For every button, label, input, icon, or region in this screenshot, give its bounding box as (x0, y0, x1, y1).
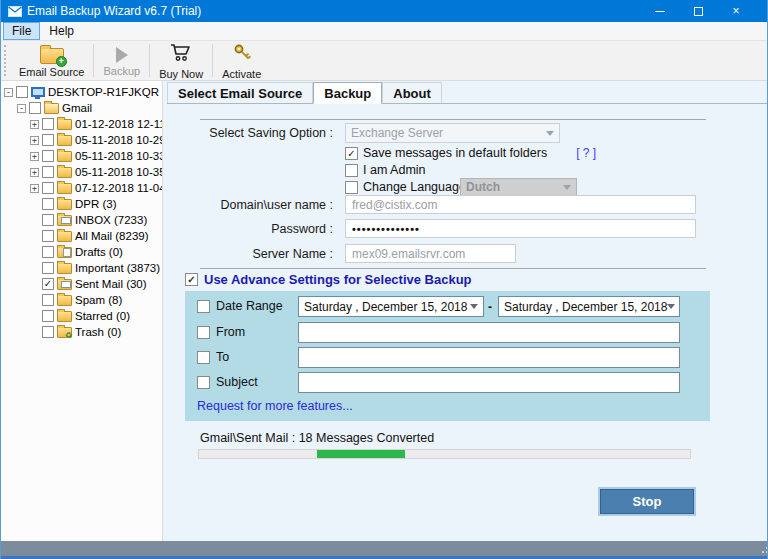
i-am-admin-checkbox[interactable] (345, 164, 358, 177)
tree-item-label: Starred (0) (75, 310, 130, 322)
tree-item-folder[interactable]: DPR (3) (1, 196, 162, 212)
stop-button[interactable]: Stop (600, 489, 694, 514)
from-checkbox[interactable] (197, 326, 210, 339)
tree-item-desktop[interactable]: - DESKTOP-R1FJKQR (1, 84, 162, 100)
tree-checkbox[interactable] (42, 326, 54, 338)
subject-label: Subject (216, 375, 258, 389)
to-checkbox[interactable] (197, 351, 210, 364)
tree-item-all-mail[interactable]: All Mail (8239) (1, 228, 162, 244)
tree-checkbox[interactable] (42, 166, 54, 178)
activate-button[interactable]: Activate (214, 41, 269, 80)
app-envelope-icon (8, 6, 22, 17)
toolbar-separator (93, 44, 94, 77)
collapse-expander[interactable]: - (4, 88, 13, 97)
tree-item-folder[interactable]: + 05-11-2018 10-29 (0) (1, 132, 162, 148)
tree-item-drafts[interactable]: Drafts (0) (1, 244, 162, 260)
tree-checkbox[interactable] (42, 150, 54, 162)
folder-icon (57, 151, 72, 162)
tree-item-folder[interactable]: + 07-12-2018 11-04 (0) (1, 180, 162, 196)
play-icon (116, 47, 128, 63)
tree-checkbox[interactable] (42, 134, 54, 146)
to-input[interactable] (298, 347, 680, 368)
backup-button[interactable]: Backup (95, 41, 148, 80)
change-language-checkbox[interactable] (345, 181, 358, 194)
menu-file[interactable]: File (3, 22, 40, 40)
maximize-button[interactable] (679, 0, 717, 22)
tree-item-folder[interactable]: + 05-11-2018 10-33 (0) (1, 148, 162, 164)
tree-checkbox[interactable] (42, 182, 54, 194)
tree-item-label: DESKTOP-R1FJKQR (48, 86, 159, 98)
tree-checkbox[interactable] (42, 262, 54, 274)
resize-grip-icon[interactable] (762, 551, 764, 553)
tree-item-gmail[interactable]: - Gmail (1, 100, 162, 116)
collapse-expander[interactable]: - (17, 104, 26, 113)
help-link[interactable]: [ ? ] (576, 146, 596, 160)
saving-option-value: Exchange Server (351, 126, 443, 140)
tree-item-spam[interactable]: Spam (8) (1, 292, 162, 308)
toolbar: + Email Source Backup Buy Now Activate (1, 41, 767, 81)
from-input[interactable] (298, 322, 680, 343)
subject-checkbox[interactable] (197, 376, 210, 389)
tab-backup[interactable]: Backup (313, 82, 382, 104)
tree-item-label: 01-12-2018 12-11 (0) (75, 118, 163, 130)
key-icon (232, 43, 252, 66)
tree-item-label: Important (3873) (75, 262, 160, 274)
tree-checkbox[interactable] (42, 118, 54, 130)
tab-strip: Select Email Source Backup About (167, 83, 767, 104)
tab-about[interactable]: About (382, 82, 442, 103)
plus-badge-icon: + (56, 56, 67, 67)
tree-item-trash[interactable]: Trash (0) (1, 324, 162, 340)
date-to-picker[interactable]: Saturday , December 15, 2018 (498, 296, 680, 317)
expand-expander[interactable]: + (30, 168, 39, 177)
tree-checkbox[interactable] (42, 214, 54, 226)
tab-select-email-source[interactable]: Select Email Source (167, 82, 313, 103)
tree-checkbox[interactable] (42, 310, 54, 322)
expand-expander[interactable]: + (30, 152, 39, 161)
tree-checkbox[interactable] (29, 102, 41, 114)
date-from-picker[interactable]: Saturday , December 15, 2018 (298, 296, 484, 317)
email-source-button[interactable]: + Email Source (11, 41, 92, 80)
save-messages-checkbox[interactable]: ✓ (345, 147, 358, 160)
server-name-input[interactable]: mex09.emailsrvr.com (345, 244, 516, 263)
tree-checkbox[interactable] (42, 198, 54, 210)
tree-item-label: Trash (0) (75, 326, 121, 338)
request-features-link[interactable]: Request for more features... (197, 399, 353, 413)
date-range-checkbox[interactable] (197, 300, 210, 313)
chevron-down-icon (546, 131, 554, 136)
cart-icon (170, 43, 192, 66)
tree-item-label: 07-12-2018 11-04 (0) (75, 182, 163, 194)
password-input[interactable]: •••••••••••••• (345, 219, 696, 238)
tree-checkbox-checked[interactable]: ✓ (42, 278, 54, 290)
progress-bar (198, 449, 691, 459)
tree-checkbox[interactable] (42, 246, 54, 258)
folder-icon (57, 119, 72, 130)
expand-expander[interactable]: + (30, 120, 39, 129)
buy-now-button[interactable]: Buy Now (151, 41, 211, 80)
tree-item-important[interactable]: Important (3873) (1, 260, 162, 276)
menu-help[interactable]: Help (40, 22, 83, 40)
status-bar (1, 541, 767, 556)
tree-item-folder[interactable]: + 05-11-2018 10-35 (0) (1, 164, 162, 180)
saving-option-select[interactable]: Exchange Server (345, 123, 560, 143)
expand-expander[interactable]: + (30, 184, 39, 193)
tree-item-label: 05-11-2018 10-33 (0) (75, 150, 163, 162)
advance-settings-checkbox[interactable]: ✓ (185, 273, 198, 286)
subject-input[interactable] (298, 372, 680, 393)
folder-icon (57, 183, 72, 194)
tree-item-folder[interactable]: + 01-12-2018 12-11 (0) (1, 116, 162, 132)
tree-checkbox[interactable] (16, 86, 28, 98)
tree-checkbox[interactable] (42, 294, 54, 306)
language-select[interactable]: Dutch (460, 178, 577, 196)
computer-icon (31, 87, 45, 97)
tree-item-starred[interactable]: Starred (0) (1, 308, 162, 324)
tree-checkbox[interactable] (42, 230, 54, 242)
folder-icon (57, 199, 72, 210)
close-button[interactable]: × (717, 0, 755, 22)
folder-trash-icon (57, 327, 72, 338)
i-am-admin-row: I am Admin (345, 163, 426, 177)
minimize-button[interactable] (641, 0, 679, 22)
expand-expander[interactable]: + (30, 136, 39, 145)
tree-item-inbox[interactable]: INBOX (7233) (1, 212, 162, 228)
domain-input[interactable]: fred@cistix.com (345, 195, 696, 214)
tree-item-sent-mail[interactable]: ✓ Sent Mail (30) (1, 276, 162, 292)
